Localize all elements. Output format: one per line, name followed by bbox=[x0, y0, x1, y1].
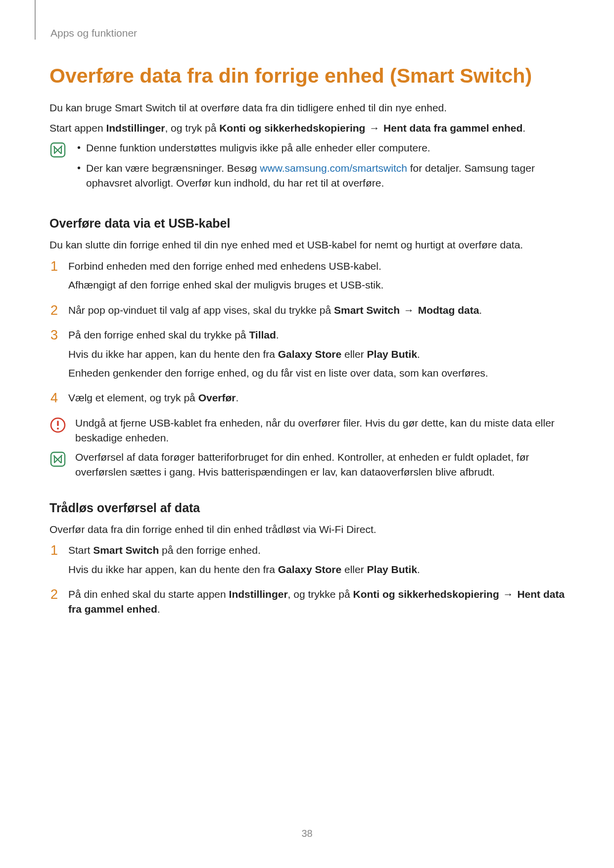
page-left-rule bbox=[35, 0, 36, 40]
note-icon bbox=[49, 451, 66, 468]
breadcrumb: Apps og funktioner bbox=[49, 27, 567, 39]
section-heading-usb: Overføre data via et USB-kabel bbox=[49, 216, 567, 231]
page-title: Overføre data fra din forrige enhed (Sma… bbox=[49, 64, 567, 88]
warning-block: Undgå at fjerne USB-kablet fra enheden, … bbox=[49, 416, 567, 446]
wireless-step-1: Start Smart Switch på den forrige enhed.… bbox=[49, 543, 567, 577]
warning-icon bbox=[49, 417, 66, 434]
page-content: Apps og funktioner Overføre data fra din… bbox=[0, 0, 614, 657]
note-block-1: Denne funktion understøttes muligvis ikk… bbox=[49, 141, 567, 195]
svg-rect-2 bbox=[57, 421, 58, 426]
section2-intro: Overfør data fra din forrige enhed til d… bbox=[49, 522, 567, 537]
note2-text: Overførsel af data forøger batteriforbru… bbox=[75, 450, 567, 480]
wireless-step-2: På din enhed skal du starte appen Indsti… bbox=[49, 587, 567, 617]
samsung-smartswitch-link[interactable]: www.samsung.com/smartswitch bbox=[260, 162, 407, 174]
section1-intro: Du kan slutte din forrige enhed til din … bbox=[49, 238, 567, 252]
page-number: 38 bbox=[0, 828, 614, 839]
usb-step-2: Når pop op-vinduet til valg af app vises… bbox=[49, 303, 567, 318]
section-heading-wireless: Trådløs overførsel af data bbox=[49, 501, 567, 515]
note1-bullet-1: Denne funktion understøttes muligvis ikk… bbox=[75, 141, 567, 155]
usb-step-1: Forbind enheden med den forrige enhed me… bbox=[49, 259, 567, 293]
usb-steps-list: Forbind enheden med den forrige enhed me… bbox=[49, 259, 567, 406]
wireless-steps-list: Start Smart Switch på den forrige enhed.… bbox=[49, 543, 567, 617]
intro-paragraph-2: Start appen Indstillinger, og tryk på Ko… bbox=[49, 121, 567, 136]
note1-bullet-2: Der kan være begrænsninger. Besøg www.sa… bbox=[75, 161, 567, 191]
usb-step-4: Vælg et element, og tryk på Overfør. bbox=[49, 390, 567, 405]
intro-paragraph-1: Du kan bruge Smart Switch til at overfør… bbox=[49, 100, 567, 115]
warning-text: Undgå at fjerne USB-kablet fra enheden, … bbox=[75, 416, 567, 446]
usb-step-3: På den forrige enhed skal du trykke på T… bbox=[49, 328, 567, 381]
svg-point-3 bbox=[57, 428, 59, 430]
note-block-2: Overførsel af data forøger batteriforbru… bbox=[49, 450, 567, 480]
note-icon bbox=[49, 142, 66, 158]
